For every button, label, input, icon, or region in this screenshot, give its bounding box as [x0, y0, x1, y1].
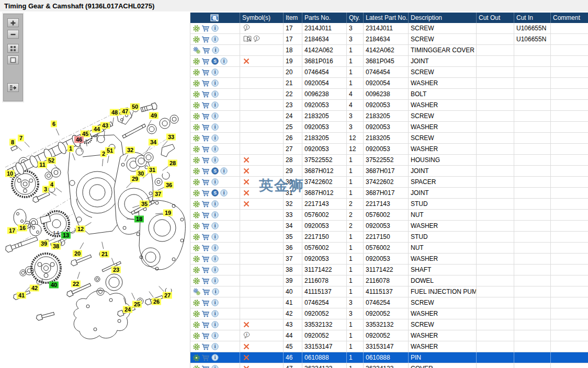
cart-icon[interactable] — [201, 245, 210, 251]
s-icon[interactable]: S — [211, 58, 219, 65]
cart-icon[interactable] — [201, 25, 210, 32]
table-row[interactable]: i20074645410746454SCREW — [190, 67, 588, 78]
cart-icon[interactable] — [201, 234, 210, 240]
table-row[interactable]: i36057600210576002NUT — [190, 243, 588, 254]
diagram-callout-42[interactable]: 42 — [30, 285, 39, 292]
table-row[interactable]: i46061088810610888PIN — [190, 352, 588, 363]
gear-icon[interactable] — [193, 212, 200, 218]
diagram-callout-37[interactable]: 37 — [153, 191, 163, 198]
table-row[interactable]: i32221714322217143STUD — [190, 199, 588, 210]
info-icon[interactable]: i — [211, 112, 219, 120]
table-row[interactable]: i3831171422131171422SHAFT — [190, 264, 588, 275]
toggle-panel-button[interactable] — [7, 83, 19, 92]
cart-icon[interactable] — [201, 300, 210, 306]
info-icon[interactable]: i — [211, 299, 219, 306]
table-row[interactable]: i42092005230920052WASHER — [190, 308, 588, 319]
table-row[interactable]: i39211607812116078DOWEL — [190, 275, 588, 286]
gear-icon[interactable] — [193, 332, 200, 339]
diagram-callout-19[interactable]: 19 — [163, 210, 173, 216]
info-icon[interactable]: i — [220, 189, 228, 197]
diagram-callout-33[interactable]: 33 — [166, 134, 176, 141]
gears-icon[interactable] — [193, 288, 200, 295]
gear-icon[interactable] — [193, 321, 200, 328]
table-row[interactable]: Si293687H01213687H017JOINT — [190, 166, 588, 177]
info-icon[interactable]: i — [211, 310, 219, 317]
note-balloon-icon[interactable]: ! — [243, 25, 250, 32]
info-icon[interactable]: i — [211, 90, 219, 98]
cart-icon[interactable] — [201, 91, 210, 98]
diagram-callout-17[interactable]: 17 — [7, 227, 17, 234]
diagram-callout-38[interactable]: 38 — [51, 243, 61, 250]
catalog-book-icon[interactable] — [243, 36, 252, 43]
gear-icon[interactable] — [193, 190, 200, 197]
gear-icon[interactable] — [193, 102, 200, 109]
diagram-callout-21[interactable]: 21 — [100, 251, 109, 258]
table-row[interactable]: i3037422602137422602SPACER — [190, 177, 588, 188]
table-row[interactable]: i4041115137141115137FUEL INJECTION PUMP … — [190, 286, 588, 297]
gear-icon[interactable] — [193, 201, 200, 208]
diagram-callout-20[interactable]: 20 — [73, 250, 82, 257]
cart-icon[interactable] — [201, 332, 210, 339]
gear-icon[interactable] — [193, 168, 200, 175]
diagram-callout-1[interactable]: 1 — [67, 145, 74, 152]
single-view-button[interactable] — [7, 55, 19, 64]
diagram-callout-7[interactable]: 7 — [18, 135, 24, 142]
cart-icon[interactable] — [201, 365, 210, 368]
gear-icon[interactable] — [193, 310, 200, 317]
info-icon[interactable]: i — [211, 156, 219, 164]
info-icon[interactable]: i — [211, 255, 219, 262]
diagram-callout-6[interactable]: 6 — [51, 121, 57, 128]
cart-icon[interactable] — [201, 124, 210, 131]
table-row[interactable]: Si313687H01213687H017JOINT — [190, 188, 588, 199]
info-icon[interactable]: i — [211, 244, 219, 251]
cart-icon[interactable] — [201, 223, 210, 229]
info-icon[interactable]: i — [212, 47, 219, 54]
info-icon[interactable]: i — [211, 36, 219, 43]
gear-icon[interactable] — [193, 113, 200, 120]
gear-icon[interactable] — [193, 300, 200, 306]
diagram-callout-18[interactable]: 18 — [134, 216, 144, 223]
info-icon[interactable]: i — [211, 79, 219, 87]
table-row[interactable]: i!172314J01132314J011SCREWU106655N — [190, 23, 588, 34]
diagram-callout-16[interactable]: 16 — [18, 225, 27, 232]
table-row[interactable]: i22009623840096238BOLT — [190, 89, 588, 100]
gear-icon[interactable] — [193, 157, 200, 164]
gear-icon[interactable] — [193, 135, 200, 142]
cart-icon[interactable] — [202, 47, 210, 54]
diagram-callout-47[interactable]: 47 — [120, 108, 130, 115]
info-icon[interactable]: i — [211, 178, 219, 186]
diagram-callout-31[interactable]: 31 — [148, 167, 157, 174]
info-icon[interactable]: i — [211, 354, 219, 361]
gear-icon[interactable] — [193, 234, 200, 240]
info-icon[interactable]: i — [211, 68, 219, 76]
table-row[interactable]: i35221715012217150STUD — [190, 232, 588, 243]
diagram-callout-13[interactable]: 13 — [61, 232, 71, 239]
table-row[interactable]: i33057600220576002NUT — [190, 210, 588, 221]
diagram-callout-22[interactable]: 22 — [71, 281, 81, 288]
gear-icon[interactable] — [193, 245, 200, 251]
cart-icon[interactable] — [201, 190, 210, 197]
s-icon[interactable]: S — [211, 167, 219, 175]
note-balloon-icon[interactable]: ! — [253, 36, 260, 43]
table-row[interactable]: i4333532132133532132SCREW — [190, 319, 588, 330]
diagram-callout-51[interactable]: 51 — [105, 147, 115, 154]
cart-icon[interactable] — [201, 157, 210, 164]
cart-icon[interactable] — [201, 212, 210, 218]
gear-icon[interactable] — [193, 278, 200, 284]
info-icon[interactable]: i — [211, 365, 219, 368]
cart-icon[interactable] — [201, 80, 210, 87]
info-icon[interactable]: i — [211, 145, 219, 153]
table-row[interactable]: i!44092005210920052WASHER — [190, 330, 588, 341]
gears-icon[interactable] — [193, 47, 200, 54]
gear-icon[interactable] — [193, 267, 200, 273]
info-icon[interactable]: i — [220, 167, 228, 175]
info-icon[interactable]: i — [211, 101, 219, 109]
diagram-callout-3[interactable]: 3 — [42, 186, 49, 193]
info-icon[interactable]: i — [211, 211, 219, 218]
cart-icon[interactable] — [201, 58, 210, 65]
gear-icon[interactable] — [193, 365, 200, 368]
diagram-callout-26[interactable]: 26 — [152, 298, 161, 305]
info-icon[interactable]: i — [211, 332, 219, 339]
table-row[interactable]: i184142A06214142A062TIMINGGEAR COVER — [190, 45, 588, 56]
info-icon[interactable]: i — [212, 288, 219, 295]
